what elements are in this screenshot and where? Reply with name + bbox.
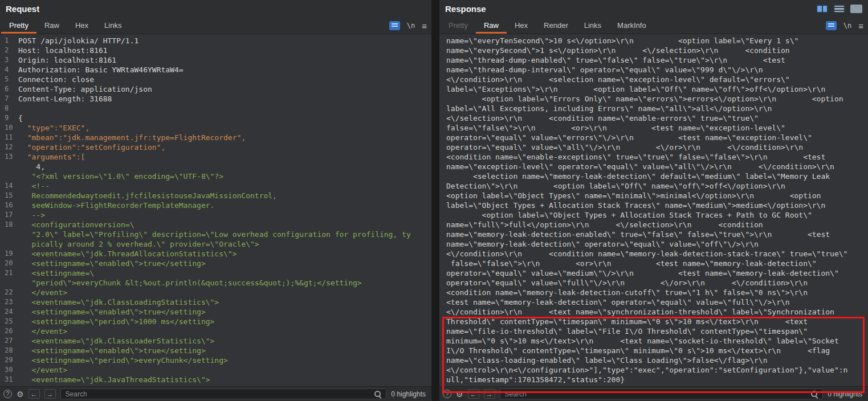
prev-match-icon[interactable]: ← xyxy=(28,389,40,399)
code-text: <settingname=\"enabled\">true</setting> xyxy=(18,259,206,268)
editor-menu-icon[interactable]: ≡ xyxy=(422,21,427,31)
line-number: 23 xyxy=(0,297,18,307)
request-editor-tools: \n ≡ xyxy=(389,18,427,34)
code-text: 4, xyxy=(18,162,45,171)
highlights-count: 0 highlights xyxy=(828,390,865,398)
response-code-line: name=\"class-loading-enabled\" label=\"C… xyxy=(446,355,866,365)
response-code-line: Detection\">\r\n <option label=\"Off\" n… xyxy=(446,181,866,191)
panel-divider[interactable] xyxy=(431,0,439,401)
request-editor[interactable]: 1POST /api/jolokia/ HTTP/1.12Host: local… xyxy=(0,34,431,386)
request-code-line: 4, xyxy=(0,162,431,171)
response-code-line: <selection name=\"memory-leak-detection\… xyxy=(446,171,866,181)
request-code-line: 5Connection: close xyxy=(0,75,431,84)
request-code-line: 8 xyxy=(0,104,431,113)
request-code-line: 26 </event> xyxy=(0,326,431,336)
response-header: Response xyxy=(439,0,868,18)
syntax-highlight-icon[interactable] xyxy=(826,21,837,30)
response-editor[interactable]: name=\"everyTenSecond\">10 s<\/option>\r… xyxy=(439,34,868,386)
tab-pretty[interactable]: Pretty xyxy=(441,18,476,34)
gear-icon[interactable]: ⚙ xyxy=(17,390,24,399)
response-code-line: name=\"thread-dump-enabled\" true=\"fals… xyxy=(446,55,866,65)
response-code-line: label=\"Object Types + Allocation Stack … xyxy=(446,200,866,210)
request-code-line: 6Content-Type: application/json xyxy=(0,84,431,94)
code-text: <eventname=\"jdk.ThreadAllocationStatist… xyxy=(18,249,237,259)
tab-links[interactable]: Links xyxy=(576,18,609,34)
request-code-line: "<?xml version=\"1.0\" encoding=\"UTF-8\… xyxy=(0,171,431,181)
code-text: "arguments":[ xyxy=(18,152,85,162)
newline-toggle-icon[interactable]: \n xyxy=(843,22,851,30)
request-code-line: 28 <settingname=\"enabled\">true</settin… xyxy=(0,346,431,355)
code-text: </event> xyxy=(18,288,67,297)
tab-markinfo[interactable]: MarkInfo xyxy=(609,18,654,34)
code-text: <eventname=\"jdk.JavaThreadStatistics\"> xyxy=(18,375,210,384)
layout-rows-icon[interactable] xyxy=(833,5,845,13)
tab-hex[interactable]: Hex xyxy=(507,18,536,34)
response-code-line: Threshold\" contentType=\"timespan\" min… xyxy=(446,317,866,326)
response-code-line: <test name=\"memory-leak-detection\" ope… xyxy=(446,297,866,307)
code-text: "<?xml version=\"1.0\" encoding=\"UTF-8\… xyxy=(18,171,223,181)
request-code-line: 24 <settingname=\"enabled\">true</settin… xyxy=(0,307,431,317)
code-text: <settingname=\"enabled\">true</setting> xyxy=(18,307,206,317)
tab-pretty[interactable]: Pretty xyxy=(1,18,36,34)
response-code-line: name=\"file-io-threshold\" label=\"File … xyxy=(446,326,866,336)
request-code-line: 10 "type":"EXEC", xyxy=(0,123,431,133)
search-input[interactable] xyxy=(500,388,824,399)
response-code-line: minimum=\"0 s\">10 ms<\/text>\r\n <text … xyxy=(446,336,866,346)
response-code-line: name=\"memory-leak-detection-enabled\" t… xyxy=(446,230,866,239)
tab-hex[interactable]: Hex xyxy=(67,18,96,34)
request-code-line: 4Authorization: Basic YWRtaW46YWRtaW4= xyxy=(0,65,431,75)
request-code-line: 16 seeWindow->FlightRecorderTemplateMana… xyxy=(0,200,431,210)
gear-icon[interactable]: ⚙ xyxy=(456,390,463,399)
next-match-icon[interactable]: → xyxy=(44,389,56,399)
line-number: 19 xyxy=(0,249,18,259)
line-number: 9 xyxy=(0,113,18,123)
response-code-line: name=\"thread-dump-interval\" operator=\… xyxy=(446,65,866,75)
response-code-line: <\/control>\r\n<\/configuration>"],"type… xyxy=(446,365,866,375)
line-number: 13 xyxy=(0,152,18,162)
request-code-line: 18 <configurationversion=\ xyxy=(0,220,431,230)
line-number: 4 xyxy=(0,65,18,75)
code-text: </event> xyxy=(18,326,67,336)
line-number: 14 xyxy=(0,181,18,191)
code-text: POST /api/jolokia/ HTTP/1.1 xyxy=(18,36,138,46)
line-number: 24 xyxy=(0,307,18,317)
line-number: 16 xyxy=(0,200,18,210)
editor-menu-icon[interactable]: ≡ xyxy=(858,21,863,31)
prev-match-icon[interactable]: ← xyxy=(468,389,479,399)
next-match-icon[interactable]: → xyxy=(484,389,495,399)
tab-render[interactable]: Render xyxy=(536,18,576,34)
code-text: { xyxy=(18,113,23,123)
layout-columns-icon[interactable] xyxy=(816,5,828,13)
layout-single-icon[interactable] xyxy=(850,5,862,13)
code-text: "operation":"setConfiguration", xyxy=(18,142,165,152)
code-text: Content-Length: 31688 xyxy=(18,94,112,104)
search-field-wrap xyxy=(500,388,824,399)
newline-toggle-icon[interactable]: \n xyxy=(407,22,415,30)
response-code-line: <option label=\"Object Types\" name=\"mi… xyxy=(446,191,866,200)
line-number: 27 xyxy=(0,336,18,346)
request-code-line: 3Origin: localhost:8161 xyxy=(0,55,431,65)
help-icon[interactable]: ? xyxy=(443,390,451,398)
help-icon[interactable]: ? xyxy=(3,390,12,398)
tab-raw[interactable]: Raw xyxy=(36,18,67,34)
code-text: <!-- xyxy=(18,181,50,191)
syntax-highlight-icon[interactable] xyxy=(389,21,400,30)
code-text: <eventname=\"jdk.ClassLoaderStatistics\"… xyxy=(18,336,214,346)
line-number: 20 xyxy=(0,259,18,268)
line-number: 26 xyxy=(0,326,18,336)
request-code-line: 20 <settingname=\"enabled\">true</settin… xyxy=(0,259,431,268)
request-code-line: 30 </event> xyxy=(0,365,431,375)
code-text: <eventname=\"jdk.ClassLoadingStatistics\… xyxy=(18,297,219,307)
line-number: 28 xyxy=(0,346,18,355)
response-tabs: PrettyRawHexRenderLinksMarkInfo xyxy=(441,18,654,34)
tab-links[interactable]: Links xyxy=(96,18,129,34)
line-number: 15 xyxy=(0,191,18,200)
response-code-line: <option label=\"Object Types + Allocatio… xyxy=(446,210,866,220)
magnifier-icon xyxy=(810,390,818,398)
search-input[interactable] xyxy=(60,388,387,399)
line-number xyxy=(0,239,18,249)
response-code-line: <\/selection>\r\n <condition name=\"enab… xyxy=(446,113,866,123)
tab-raw[interactable]: Raw xyxy=(476,18,507,34)
request-code-line: 21 <settingname=\ xyxy=(0,268,431,278)
line-number: 22 xyxy=(0,288,18,297)
